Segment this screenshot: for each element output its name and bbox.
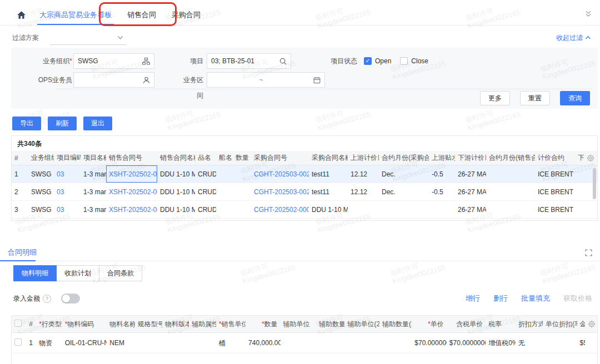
detail-table-header-cell: *物料编码 bbox=[62, 316, 107, 333]
detail-link-2[interactable]: 批量填充 bbox=[521, 294, 550, 304]
status-checkbox-open[interactable]: Open bbox=[364, 57, 391, 65]
status-checkbox-close[interactable]: Close bbox=[400, 57, 428, 65]
more-button[interactable]: 更多 bbox=[480, 91, 510, 105]
subtab-0[interactable]: 物料明细 bbox=[13, 265, 57, 281]
watermark-line2: Kingdee0022165 bbox=[392, 263, 447, 285]
range-end-input[interactable] bbox=[266, 76, 312, 84]
detail-table-header-cell: # bbox=[26, 316, 36, 333]
expand-icon[interactable] bbox=[585, 249, 592, 256]
amount-toggle-row: 录入金额 ? 增行删行批量填充获取价格 bbox=[13, 292, 592, 305]
amount-toggle-switch[interactable] bbox=[61, 294, 80, 304]
vertical-scrollbar[interactable] bbox=[593, 168, 596, 199]
detail-link-1[interactable]: 删行 bbox=[493, 294, 508, 304]
main-table-header-cell: 合约月份(采购合同) bbox=[379, 151, 429, 165]
org-tree-icon[interactable] bbox=[142, 58, 150, 65]
main-table-cell: 1 bbox=[12, 165, 28, 183]
help-icon[interactable]: ? bbox=[43, 295, 51, 303]
filter-scheme-select[interactable] bbox=[50, 31, 127, 45]
detail-subtabs: 物料明细收款计划合同条款 bbox=[13, 265, 142, 281]
detail-table-cell: $70.0000000 bbox=[412, 333, 446, 353]
range-separator: ~ bbox=[259, 76, 263, 84]
main-table-cell[interactable]: 03 bbox=[54, 165, 81, 183]
main-table-cell bbox=[429, 201, 455, 219]
main-table-cell: Dec. bbox=[379, 165, 429, 183]
detail-table-header-cell: 辅助数量 bbox=[316, 316, 344, 333]
main-table-cell[interactable]: XSHT-202502-0009 bbox=[106, 183, 157, 201]
export-button[interactable]: 导出 bbox=[12, 117, 41, 130]
cell-link[interactable]: CGHT-202502-0009 bbox=[254, 206, 309, 214]
main-table-cell bbox=[233, 201, 251, 219]
main-table-cell: SWSG bbox=[28, 201, 54, 219]
main-table-cell[interactable]: 03 bbox=[54, 183, 81, 201]
main-table-cell: -0.5 bbox=[429, 165, 455, 183]
required-mark: * bbox=[219, 320, 222, 328]
detail-table-header-cell: *单价 bbox=[412, 316, 446, 333]
watermark-line2: Kingdee0022165 bbox=[317, 110, 372, 132]
org-input[interactable] bbox=[78, 57, 140, 65]
select-all-checkbox[interactable] bbox=[12, 316, 26, 333]
range-start-input[interactable] bbox=[211, 76, 257, 84]
main-table-cell: CRUDE bbox=[195, 201, 216, 219]
nav-tab-1[interactable]: 销售合同 bbox=[127, 4, 156, 25]
exit-button[interactable]: 退出 bbox=[83, 117, 112, 130]
main-table-cell[interactable]: CGHT-202503-0021 bbox=[251, 183, 309, 201]
refresh-button[interactable]: 刷新 bbox=[48, 117, 77, 130]
filter-buttons: 更多 重置 查询 bbox=[480, 91, 590, 105]
divider bbox=[56, 89, 592, 89]
cell-link[interactable]: 03 bbox=[57, 206, 64, 214]
double-chevron-down-icon[interactable] bbox=[584, 10, 592, 18]
query-button[interactable]: 查询 bbox=[560, 91, 590, 105]
subtab-1[interactable]: 收款计划 bbox=[56, 265, 99, 281]
ops-field[interactable] bbox=[73, 72, 154, 88]
main-table-header-cell: 合约月份(销售合同) bbox=[486, 151, 535, 165]
filter-scheme-row: 过滤方案 收起过滤 bbox=[0, 30, 600, 46]
settings-gear-icon[interactable] bbox=[585, 316, 597, 333]
detail-table-cell bbox=[281, 333, 316, 353]
home-icon[interactable] bbox=[17, 11, 26, 19]
calendar-icon[interactable] bbox=[313, 77, 321, 84]
row-checkbox[interactable] bbox=[12, 333, 26, 353]
settings-gear-icon[interactable] bbox=[584, 151, 597, 165]
subtab-2[interactable]: 合同条款 bbox=[99, 265, 142, 281]
collapse-filter-link[interactable]: 收起过滤 bbox=[556, 30, 591, 46]
detail-table-cell bbox=[344, 333, 379, 353]
range-field[interactable]: ~ bbox=[207, 72, 325, 88]
filter-scheme-label: 过滤方案 bbox=[12, 30, 39, 46]
detail-table-cell: NEM bbox=[107, 333, 134, 353]
watermark-line2: Kingdee0022165 bbox=[242, 263, 297, 285]
nav-tab-2[interactable]: 采购合同 bbox=[172, 4, 201, 25]
main-table-cell bbox=[486, 183, 535, 201]
person-icon[interactable] bbox=[143, 77, 150, 84]
cell-link[interactable]: 03 bbox=[57, 170, 64, 178]
ops-input[interactable] bbox=[78, 76, 141, 84]
org-field[interactable] bbox=[73, 53, 154, 69]
cell-link[interactable]: 03 bbox=[57, 188, 64, 196]
detail-table-cell: 增值税0% bbox=[486, 333, 515, 353]
cell-link[interactable]: CGHT-202503-0020 bbox=[254, 170, 309, 178]
active-tab-underline bbox=[0, 260, 36, 261]
main-table-cell bbox=[233, 165, 251, 183]
project-field[interactable] bbox=[207, 53, 291, 69]
detail-table-header-cell: 规格型号 bbox=[135, 316, 162, 333]
main-table-cell bbox=[584, 201, 597, 219]
detail-table-cell bbox=[585, 333, 597, 353]
cell-link[interactable]: CGHT-202503-0021 bbox=[254, 188, 309, 196]
cell-link[interactable]: XSHT-202502-0009 bbox=[109, 170, 157, 178]
tab-contract-detail[interactable]: 合同明细 bbox=[8, 244, 37, 261]
cell-link[interactable]: XSHT-202502-0009 bbox=[109, 206, 157, 214]
main-table-cell: test11 bbox=[309, 183, 348, 201]
detail-link-0[interactable]: 增行 bbox=[466, 294, 480, 304]
main-table-cell[interactable]: CGHT-202503-0020 bbox=[251, 165, 309, 183]
detail-table-header-cell: 辅助属性 bbox=[189, 316, 216, 333]
main-table-header-cell: 采购合同号 bbox=[251, 151, 309, 165]
main-table-cell[interactable]: CGHT-202502-0009 bbox=[251, 201, 309, 219]
nav-tab-0[interactable]: 大宗商品贸易业务看板 bbox=[39, 4, 112, 25]
cell-link[interactable]: XSHT-202502-0009 bbox=[109, 188, 157, 196]
reset-button[interactable]: 重置 bbox=[520, 91, 550, 105]
main-table-header-cell: 下游计价日 bbox=[455, 151, 486, 165]
main-table-cell[interactable]: 03 bbox=[54, 201, 81, 219]
main-table-cell[interactable]: XSHT-202502-0009 bbox=[106, 165, 157, 183]
search-icon[interactable] bbox=[279, 58, 287, 65]
project-input[interactable] bbox=[211, 57, 277, 65]
main-table-cell[interactable]: XSHT-202502-0009 bbox=[106, 201, 157, 219]
